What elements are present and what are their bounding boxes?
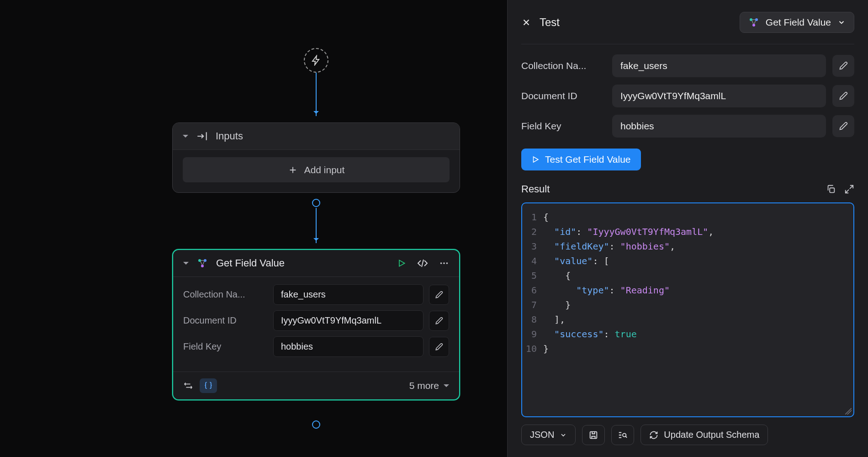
svg-point-11	[623, 433, 626, 436]
field-value[interactable]: IyyyGw0VtT9YfMq3amlL	[273, 310, 423, 331]
connector-line	[316, 73, 317, 116]
output-port[interactable]	[312, 199, 320, 207]
panel-field-label: Collection Na...	[521, 60, 606, 71]
chevron-down-icon[interactable]	[183, 262, 189, 267]
node-type-icon	[748, 17, 759, 28]
svg-point-2	[201, 265, 204, 267]
trigger-node[interactable]	[304, 48, 328, 73]
panel-field: Collection Na... fake_users	[521, 54, 854, 77]
edit-button[interactable]	[429, 337, 449, 357]
add-input-label: Add input	[304, 165, 345, 175]
panel-field-value[interactable]: hobbies	[612, 115, 826, 138]
edit-button[interactable]	[832, 85, 854, 107]
edit-button[interactable]	[832, 55, 854, 77]
panel-field-value[interactable]: IyyyGw0VtT9YfMq3amlL	[612, 85, 826, 107]
svg-rect-9	[830, 188, 834, 192]
pencil-icon	[435, 291, 443, 299]
result-json[interactable]: 1{2 "id": "IyyyGw0VtT9YfMq3amlL",3 "fiel…	[521, 202, 854, 417]
field-value[interactable]: fake_users	[273, 284, 423, 305]
chevron-down-icon[interactable]	[183, 135, 188, 140]
inputs-icon	[196, 130, 208, 142]
panel-field-value[interactable]: fake_users	[612, 54, 826, 77]
copy-icon[interactable]	[826, 184, 836, 194]
inputs-node[interactable]: Inputs Add input	[172, 122, 460, 193]
list-search-icon	[618, 430, 628, 440]
braces-icon	[204, 381, 213, 390]
close-icon[interactable]	[521, 17, 531, 27]
more-fields-button[interactable]: 5 more	[409, 380, 449, 391]
pencil-icon	[435, 343, 443, 351]
test-button-label: Test Get Field Value	[545, 154, 631, 165]
save-icon	[588, 430, 598, 440]
panel-field: Document ID IyyyGw0VtT9YfMq3amlL	[521, 85, 854, 107]
node-selector[interactable]: Get Field Value	[740, 12, 854, 33]
pencil-icon	[839, 91, 848, 101]
field-row: Field Key hobbies	[183, 336, 449, 357]
add-input-button[interactable]: Add input	[183, 157, 450, 182]
lightning-icon	[311, 55, 322, 66]
get-field-value-node[interactable]: Get Field Value Collection Na... fake_us…	[172, 249, 460, 400]
node-header[interactable]: Inputs	[173, 123, 460, 150]
code-icon[interactable]	[417, 258, 428, 269]
chevron-down-icon	[837, 18, 846, 27]
pencil-icon	[435, 317, 443, 325]
more-icon[interactable]	[439, 258, 449, 268]
output-format-label: JSON	[530, 430, 554, 440]
result-label: Result	[521, 183, 550, 195]
field-label: Document ID	[183, 315, 268, 326]
panel-field-label: Field Key	[521, 121, 606, 132]
expand-icon[interactable]	[844, 184, 854, 194]
braces-badge[interactable]	[200, 378, 217, 393]
panel-title: Test	[540, 16, 560, 29]
node-selector-label: Get Field Value	[766, 17, 831, 28]
edit-button[interactable]	[429, 285, 449, 305]
save-schema-button[interactable]	[582, 425, 605, 445]
play-icon[interactable]	[397, 259, 406, 268]
svg-point-4	[443, 262, 445, 264]
test-panel: Test Get Field Value Collection Na... fa…	[507, 0, 868, 457]
inspect-button[interactable]	[611, 425, 634, 445]
node-title: Get Field Value	[216, 257, 390, 269]
output-port[interactable]	[312, 420, 320, 429]
more-fields-label: 5 more	[409, 380, 439, 391]
node-title: Inputs	[216, 130, 450, 142]
field-row: Collection Na... fake_users	[183, 284, 449, 305]
chevron-down-icon	[560, 431, 567, 439]
pencil-icon	[839, 122, 848, 131]
update-output-schema-button[interactable]: Update Output Schema	[640, 425, 768, 445]
flow-canvas[interactable]: Inputs Add input Get Field Value Collect…	[0, 0, 507, 457]
svg-point-5	[446, 262, 448, 264]
field-value[interactable]: hobbies	[273, 336, 423, 357]
node-header[interactable]: Get Field Value	[173, 250, 459, 277]
node-type-icon	[196, 258, 209, 269]
test-button[interactable]: Test Get Field Value	[521, 149, 641, 170]
update-schema-label: Update Output Schema	[664, 430, 759, 440]
edit-button[interactable]	[429, 311, 449, 331]
svg-rect-10	[590, 431, 597, 438]
field-label: Field Key	[183, 341, 268, 352]
field-row: Document ID IyyyGw0VtT9YfMq3amlL	[183, 310, 449, 331]
panel-field-label: Document ID	[521, 90, 606, 101]
pencil-icon	[839, 61, 848, 70]
panel-field: Field Key hobbies	[521, 115, 854, 138]
chevron-down-icon	[444, 384, 449, 390]
refresh-icon	[649, 430, 658, 440]
svg-point-3	[440, 262, 442, 264]
output-format-selector[interactable]: JSON	[521, 425, 576, 445]
play-icon	[531, 155, 540, 164]
connector-line	[316, 208, 317, 243]
plus-icon	[288, 165, 298, 175]
loop-icon[interactable]	[183, 381, 193, 391]
edit-button[interactable]	[832, 115, 854, 137]
field-label: Collection Na...	[183, 289, 268, 300]
svg-point-8	[752, 24, 755, 27]
